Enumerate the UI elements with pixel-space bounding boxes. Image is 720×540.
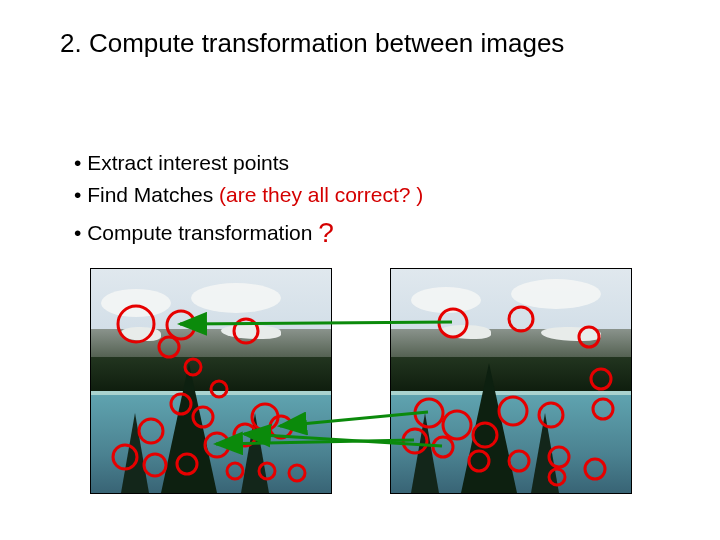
interest-point-circle [509, 307, 533, 331]
slide: 2. Compute transformation between images… [0, 0, 720, 540]
interest-point-circle [159, 337, 179, 357]
interest-point-circle [118, 306, 154, 342]
interest-point-circle [259, 463, 275, 479]
interest-point-circle [185, 359, 201, 375]
interest-point-circle [234, 319, 258, 343]
figure [90, 268, 640, 492]
interest-point-circle [433, 437, 453, 457]
interest-point-circle [113, 445, 137, 469]
interest-point-circle [585, 459, 605, 479]
interest-point-circle [234, 424, 256, 446]
slide-title: 2. Compute transformation between images [60, 28, 680, 59]
bullet-list: Extract interest points Find Matches (ar… [34, 149, 423, 255]
left-image [90, 268, 332, 494]
bullet-3: Compute transformation ? [74, 214, 423, 252]
interest-point-circle [579, 327, 599, 347]
interest-point-circle [211, 381, 227, 397]
bullet-1-text: Extract interest points [87, 151, 289, 174]
bullet-2-red-annotation: (are they all correct? ) [219, 183, 423, 206]
right-image [390, 268, 632, 494]
interest-point-circle [144, 454, 166, 476]
interest-point-circle [177, 454, 197, 474]
interest-point-circle [469, 451, 489, 471]
interest-point-circle [539, 403, 563, 427]
interest-point-circle [439, 309, 467, 337]
interest-point-overlay-left [91, 269, 331, 493]
bullet-1: Extract interest points [74, 149, 423, 177]
interest-point-circle [227, 463, 243, 479]
interest-point-circle [499, 397, 527, 425]
bullet-2: Find Matches (are they all correct? ) [74, 181, 423, 209]
interest-point-circle [443, 411, 471, 439]
interest-point-circle [509, 451, 529, 471]
interest-point-circle [171, 394, 191, 414]
interest-point-overlay-right [391, 269, 631, 493]
interest-point-circle [139, 419, 163, 443]
bullet-3-prefix: Compute transformation [87, 221, 318, 244]
interest-point-circle [593, 399, 613, 419]
interest-point-circle [549, 447, 569, 467]
interest-point-circle [205, 433, 229, 457]
interest-point-circle [193, 407, 213, 427]
interest-point-circle [473, 423, 497, 447]
bullet-3-question-mark: ? [318, 217, 334, 248]
bullet-2-prefix: Find Matches [87, 183, 219, 206]
interest-point-circle [415, 399, 443, 427]
interest-point-circle [167, 311, 195, 339]
interest-point-circle [403, 429, 427, 453]
interest-point-circle [591, 369, 611, 389]
interest-point-circle [549, 469, 565, 485]
interest-point-circle [289, 465, 305, 481]
